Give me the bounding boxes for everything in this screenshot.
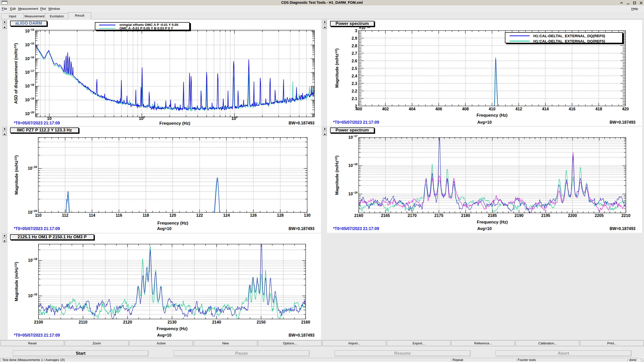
toolbar-zoom-button[interactable]: Zoom [65, 340, 129, 346]
pad-scroll-right-button[interactable] [323, 20, 327, 24]
legend-2: H1:CAL-DELTAL_EXTERNAL_DQ(REF0)H1:CAL-DE… [505, 32, 623, 43]
menubar: FileEditMeasurementPlotWindowHelp [0, 6, 644, 13]
plot-bw-label: BW=0.187493 [254, 227, 314, 231]
legend-label: H1:CAL-DELTAL_EXTERNAL_DQ(REF0) [533, 33, 605, 38]
toolbar-import-button[interactable]: Import... [323, 340, 386, 346]
plot-t0-timestamp: *T0=05/07/2023 21:17:09 [14, 227, 60, 231]
pad-scroll-up-button[interactable] [323, 25, 327, 29]
tab-excitation[interactable]: Excitation [45, 13, 69, 19]
right-arrow-icon [324, 21, 326, 23]
legend-line-sample [510, 35, 530, 36]
menu-file[interactable]: File [0, 6, 9, 12]
legend-entry: H1:CAL-DELTAL_EXTERNAL_DQ(REF5) [505, 39, 622, 43]
menu-help[interactable]: Help [630, 6, 639, 12]
plot-avg-label: Avg=10 [134, 227, 194, 231]
pause-button[interactable]: Pause [174, 350, 309, 356]
up-arrow-icon [4, 26, 6, 28]
pad-scroll-right-button[interactable] [3, 234, 7, 238]
plot-xaxis-title: Frequency (Hz) [462, 113, 522, 118]
abort-button[interactable]: Abort [496, 350, 631, 356]
right-arrow-icon [4, 21, 6, 23]
legend-line-sample [99, 28, 115, 29]
pad-scroll-right-button[interactable] [3, 20, 7, 24]
right-arrow-icon [4, 128, 6, 130]
plot-t0-timestamp: *T0=05/07/2023 21:17:09 [14, 333, 60, 338]
window-controls [620, 0, 643, 6]
plot-bw-label: BW=0.187493 [575, 120, 635, 125]
right-arrow-icon [4, 235, 6, 237]
menu-edit[interactable]: Edit [9, 6, 17, 12]
toolbar-options-button[interactable]: Options... [258, 340, 322, 346]
toolbar-reset-button[interactable]: Reset [1, 340, 64, 346]
pad-scroll-up-button[interactable] [3, 25, 7, 29]
menu-measurement[interactable]: Measurement [17, 6, 40, 12]
statusbar: Test done (Measurements 1 / Averages 10)… [0, 357, 644, 362]
up-arrow-icon [4, 133, 6, 135]
plot-panel-1[interactable] [8, 20, 321, 126]
legend-label: oringial offsets OMC A P -0.01 Y 0.05 [119, 23, 178, 27]
plot-title-5: 2125.1 Hz OM1 P 2150.1 Hz OM3 P [10, 234, 94, 240]
plot-xaxis-title: Frequency (Hz) [145, 121, 205, 126]
plot-panel-5[interactable] [8, 234, 321, 340]
plot-axis-exponent: ×10−18 [359, 25, 370, 30]
plot-t0-timestamp: *T0=05/07/2023 21:17:09 [333, 227, 379, 231]
legend-1: oringial offsets OMC A P -0.01 Y 0.05OMC… [95, 22, 190, 30]
pad-scroll-right-button[interactable] [3, 127, 7, 131]
plot-title-3: IMC PZT P 112.2 Y 123.3 Hz [10, 127, 79, 133]
plot-yaxis-title: Magnitude (m/Hz1/2) [335, 156, 340, 195]
up-arrow-icon [324, 133, 326, 135]
up-arrow-icon [324, 26, 326, 28]
maximize-icon[interactable] [633, 1, 636, 5]
plot-t0-timestamp: *T0=05/07/2023 21:17:09 [333, 120, 379, 125]
plot-panel-3[interactable] [8, 127, 321, 233]
resume-button[interactable]: Resume [335, 350, 470, 356]
status-message: Test done (Measurements 1 / Averages 10) [1, 358, 450, 362]
tab-result[interactable]: Result [68, 12, 91, 19]
menu-plot[interactable]: Plot [39, 6, 47, 12]
tab-input[interactable]: Input [1, 13, 24, 19]
menu-window[interactable]: Window [47, 6, 61, 12]
toolbar-calibration-button[interactable]: Calibration... [516, 340, 579, 346]
legend-line-sample [99, 25, 115, 25]
titlebar[interactable]: CDS Diagnostic Test Tools - H1_DARM_FOM.… [0, 0, 644, 6]
legend-line-sample [510, 41, 530, 41]
plot-yaxis-title: Magnitude (m/Hz1/2) [14, 155, 19, 195]
plot-yaxis-title: Magnitude (m/Hz1/2) [335, 49, 340, 88]
legend-label: H1:CAL-DELTAL_EXTERNAL_DQ(REF5) [533, 39, 605, 43]
toolbar-active-button[interactable]: Active [129, 340, 193, 346]
legend-entry: OMC A -0.01 P 0.05 Y B 0.03 P 0 Y [95, 27, 189, 30]
toolbar-reference-button[interactable]: Reference... [451, 340, 515, 346]
tab-measurement[interactable]: Measurement [23, 13, 46, 19]
status-fourier-tools: Fourier tools [516, 358, 626, 362]
resize-grip[interactable] [640, 358, 643, 361]
toolbar-new-button[interactable]: New [194, 340, 257, 346]
app-window: CDS Diagnostic Test Tools - H1_DARM_FOM.… [0, 0, 644, 362]
right-arrow-icon [324, 128, 326, 130]
plot-avg-label: Avg=10 [454, 120, 515, 125]
start-button[interactable]: Start [13, 350, 148, 356]
toolbar: ResetZoomActiveNewOptions...Import...Exp… [0, 340, 644, 346]
pad-scroll-up-button[interactable] [3, 239, 7, 243]
shade-window-icon[interactable] [620, 1, 623, 5]
plot-xaxis-title: Frequency (Hz) [142, 326, 202, 331]
toolbar-print-button[interactable]: Print... [580, 340, 644, 346]
pad-scroll-right-button[interactable] [323, 127, 327, 131]
minimize-icon[interactable] [626, 1, 630, 5]
plot-panel-4[interactable] [327, 127, 642, 233]
tabbar: InputMeasurementExcitationResult [0, 12, 644, 19]
plot-workspace [0, 19, 644, 339]
plot-title-4: Power spectrum [330, 127, 374, 133]
legend-entry: oringial offsets OMC A P -0.01 Y 0.05 [95, 23, 189, 27]
up-arrow-icon [4, 240, 6, 242]
close-icon[interactable] [639, 1, 643, 5]
toolbar-export-button[interactable]: Export... [387, 340, 451, 346]
pad-scroll-up-button[interactable] [3, 132, 7, 136]
plot-bw-label: BW=0.187493 [575, 227, 635, 231]
plot-xaxis-title: Frequency (Hz) [143, 221, 203, 226]
plot-title-1: aLIGO DARM [10, 21, 47, 26]
pad-scroll-up-button[interactable] [323, 132, 327, 136]
plot-bw-label: BW=0.187493 [254, 121, 314, 125]
plot-xaxis-title: Frequency (Hz) [462, 220, 522, 225]
control-row: StartPauseResumeAbort [0, 346, 644, 357]
plot-t0-timestamp: *T0=05/07/2023 21:17:09 [14, 121, 60, 125]
